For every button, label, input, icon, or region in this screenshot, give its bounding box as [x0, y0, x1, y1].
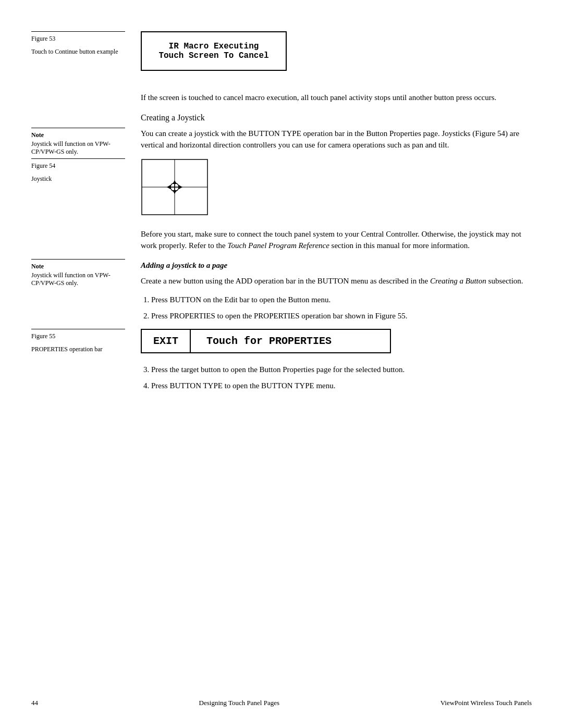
step-3-text: Press the target button to open the Butt… — [151, 365, 405, 374]
para2-part2: section in this manual for more informat… — [329, 241, 470, 250]
properties-cell: Touch for PROPERTIES — [191, 330, 347, 352]
figure53-caption: Touch to Continue button example — [31, 48, 125, 56]
steps-list: Press BUTTON on the Edit bar to open the… — [151, 294, 532, 322]
ir-macro-line2: Touch Screen To Cancel — [157, 51, 270, 60]
figure53-row: Figure 53 Touch to Continue button examp… — [0, 31, 563, 83]
step-3: Press the target button to open the Butt… — [151, 364, 532, 376]
creating-joystick-margin — [31, 111, 136, 128]
figure55-margin: Figure 55 PROPERTIES operation bar — [31, 329, 136, 364]
para2-margin — [31, 228, 136, 259]
steps-3-4-content: Press the target button to open the Butt… — [136, 364, 532, 399]
footer-center: Designing Touch Panel Pages — [199, 699, 279, 707]
adding-joystick-note-margin: Note Joystick will function on VPW-CP/VP… — [31, 259, 136, 329]
step-2-text: Press PROPERTIES to open the PROPERTIES … — [151, 312, 408, 320]
figure54-label: Figure 54 — [31, 162, 125, 170]
adding-joystick-note-row: Note Joystick will function on VPW-CP/VP… — [0, 259, 563, 329]
ir-macro-box: IR Macro Executing Touch Screen To Cance… — [141, 31, 287, 71]
para2-italic: Touch Panel Program Reference — [227, 241, 329, 250]
para2-content: Before you start, make sure to connect t… — [136, 228, 532, 259]
figure55-content: EXIT Touch for PROPERTIES — [136, 329, 532, 364]
adding-joystick-note-label: Note — [31, 263, 125, 270]
figure54-caption: Joystick — [31, 175, 125, 183]
para1-content: If the screen is touched to cancel macro… — [136, 92, 532, 111]
figure53-margin: Figure 53 Touch to Continue button examp… — [31, 31, 136, 83]
footer-page-number: 44 — [31, 699, 38, 707]
figure54-margin: Figure 54 Joystick — [31, 158, 136, 228]
para2-row: Before you start, make sure to connect t… — [0, 228, 563, 259]
joystick-body-content: You can create a joystick with the BUTTO… — [136, 128, 532, 158]
creating-joystick-body: You can create a joystick with the BUTTO… — [141, 128, 532, 151]
adding-body-part1: Create a new button using the ADD operat… — [141, 277, 430, 285]
figure55-label: Figure 55 — [31, 332, 125, 340]
adding-joystick-body: Create a new button using the ADD operat… — [141, 275, 532, 287]
adding-body-end: subsection. — [486, 277, 523, 285]
steps-3-4-list: Press the target button to open the Butt… — [151, 364, 532, 391]
page: Figure 53 Touch to Continue button examp… — [0, 0, 563, 728]
step-1-text: Press BUTTON on the Edit bar to open the… — [151, 295, 331, 304]
exit-cell: EXIT — [142, 330, 191, 352]
joystick-note-margin: Note Joystick will function on VPW-CP/VP… — [31, 128, 136, 158]
para2: Before you start, make sure to connect t… — [141, 228, 532, 252]
ir-macro-line1: IR Macro Executing — [157, 42, 270, 51]
steps-3-4-row: Press the target button to open the Butt… — [0, 364, 563, 399]
joystick-note-label: Note — [31, 131, 125, 139]
figure54-content — [136, 158, 532, 228]
figure54-row: Figure 54 Joystick — [0, 158, 563, 228]
step-2: Press PROPERTIES to open the PROPERTIES … — [151, 310, 532, 322]
step-4-text: Press BUTTON TYPE to open the BUTTON TYP… — [151, 381, 335, 390]
para1-margin — [31, 92, 136, 111]
para1: If the screen is touched to cancel macro… — [141, 92, 532, 104]
properties-bar: EXIT Touch for PROPERTIES — [141, 329, 391, 353]
figure53-label: Figure 53 — [31, 35, 125, 43]
step-4: Press BUTTON TYPE to open the BUTTON TYP… — [151, 380, 532, 392]
adding-joystick-note-text: Joystick will function on VPW-CP/VPW-GS … — [31, 272, 125, 287]
adding-body-italic: Creating a Button — [430, 277, 486, 285]
para1-row: If the screen is touched to cancel macro… — [0, 92, 563, 111]
joystick-svg — [141, 158, 209, 216]
figure53-content: IR Macro Executing Touch Screen To Cance… — [136, 31, 532, 83]
figure55-caption: PROPERTIES operation bar — [31, 346, 125, 353]
creating-joystick-heading-row: Creating a Joystick — [0, 111, 563, 128]
joystick-figure — [141, 158, 532, 218]
joystick-note-row: Note Joystick will function on VPW-CP/VP… — [0, 128, 563, 158]
steps-3-4-margin — [31, 364, 136, 399]
creating-joystick-heading-content: Creating a Joystick — [136, 111, 532, 128]
step-1: Press BUTTON on the Edit bar to open the… — [151, 294, 532, 306]
joystick-note-text: Joystick will function on VPW-CP/VPW-GS … — [31, 140, 125, 156]
adding-joystick-heading: Adding a joystick to a page — [141, 261, 532, 270]
footer-right: ViewPoint Wireless Touch Panels — [440, 699, 532, 707]
adding-joystick-heading-content: Adding a joystick to a page Create a new… — [136, 259, 532, 329]
creating-joystick-heading: Creating a Joystick — [141, 113, 532, 122]
figure55-row: Figure 55 PROPERTIES operation bar EXIT … — [0, 329, 563, 364]
page-footer: 44 Designing Touch Panel Pages ViewPoint… — [0, 699, 563, 707]
